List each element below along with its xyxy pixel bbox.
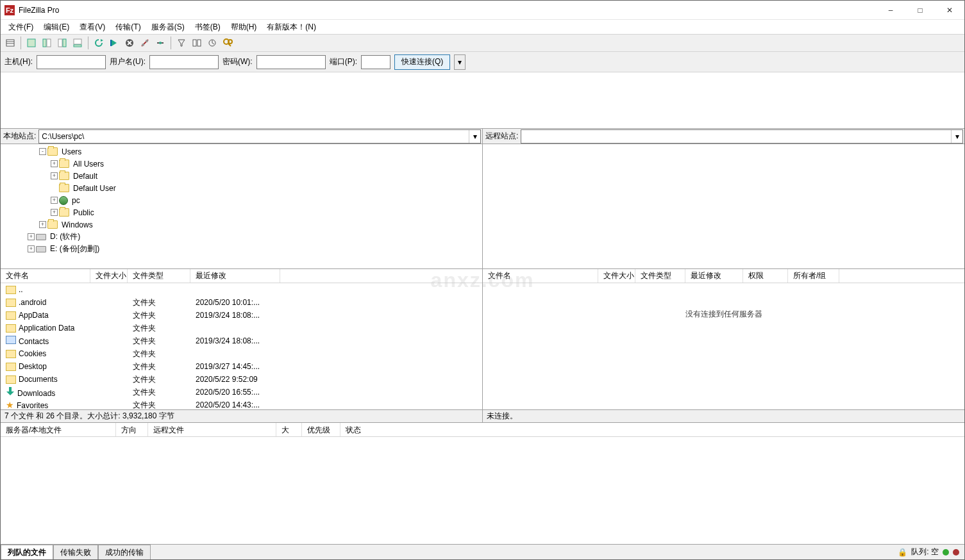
- menu-server[interactable]: 服务器(S): [146, 21, 190, 34]
- toggle-log-button[interactable]: [24, 36, 38, 50]
- remote-tree[interactable]: [483, 144, 964, 268]
- tree-node[interactable]: Default User: [4, 182, 478, 194]
- sitemanager-button[interactable]: [3, 36, 17, 50]
- col-owner[interactable]: 所有者/组: [788, 269, 839, 283]
- file-row[interactable]: ..: [1, 283, 482, 296]
- local-site-input[interactable]: [39, 130, 480, 143]
- remote-site-input[interactable]: [521, 130, 962, 143]
- queue-body[interactable]: [1, 437, 964, 544]
- expander-icon[interactable]: +: [39, 221, 46, 228]
- tree-node[interactable]: -Users: [4, 145, 478, 158]
- tree-node[interactable]: +E: (备份[勿删]): [4, 243, 478, 255]
- qcol-server[interactable]: 服务器/本地文件: [1, 423, 116, 436]
- tree-node[interactable]: +Windows: [4, 218, 478, 231]
- local-tree[interactable]: -Users+All Users+DefaultDefault User+pc+…: [1, 144, 483, 268]
- toggle-remotetree-button[interactable]: [55, 36, 69, 50]
- local-list-header[interactable]: 文件名 文件大小 文件类型 最近修改: [1, 269, 482, 283]
- col-name[interactable]: 文件名: [1, 269, 90, 283]
- tree-node[interactable]: +D: (软件): [4, 231, 478, 243]
- maximize-button[interactable]: □: [905, 1, 935, 20]
- expander-icon[interactable]: +: [51, 160, 58, 167]
- tree-node[interactable]: +Public: [4, 206, 478, 218]
- toggle-queue-button[interactable]: [71, 36, 85, 50]
- qcol-status[interactable]: 状态: [340, 423, 379, 436]
- minimize-button[interactable]: –: [876, 1, 905, 20]
- file-row[interactable]: .android文件夹2020/5/20 10:01:...: [1, 296, 482, 309]
- col-size[interactable]: 文件大小: [90, 269, 128, 283]
- processqueue-button[interactable]: [107, 36, 121, 50]
- search-button[interactable]: [221, 36, 235, 50]
- menu-help[interactable]: 帮助(H): [226, 21, 262, 34]
- col-size[interactable]: 文件大小: [598, 269, 635, 283]
- expander-icon[interactable]: +: [51, 172, 58, 179]
- menu-edit[interactable]: 编辑(E): [38, 21, 74, 34]
- message-log[interactable]: [1, 72, 964, 129]
- user-input[interactable]: [149, 55, 219, 69]
- svg-point-19: [159, 42, 162, 44]
- pass-input[interactable]: [256, 55, 326, 69]
- remote-list-header[interactable]: 文件名 文件大小 文件类型 最近修改 权限 所有者/组: [483, 269, 964, 283]
- col-perm[interactable]: 权限: [743, 269, 788, 283]
- expander-icon[interactable]: +: [51, 209, 58, 216]
- file-row[interactable]: Application Data文件夹: [1, 322, 482, 334]
- col-type[interactable]: 文件类型: [635, 269, 685, 283]
- quickconnect-dropdown[interactable]: ▾: [454, 54, 466, 70]
- qcol-remote[interactable]: 远程文件: [148, 423, 276, 436]
- menu-newversion[interactable]: 有新版本！(N): [262, 21, 321, 34]
- expander-icon[interactable]: -: [39, 148, 46, 155]
- tab-queued[interactable]: 列队的文件: [1, 545, 53, 559]
- file-row[interactable]: Downloads文件夹2020/5/20 16:55:...: [1, 386, 482, 399]
- file-row[interactable]: AppData文件夹2019/3/24 18:08:...: [1, 309, 482, 322]
- col-name[interactable]: 文件名: [483, 269, 598, 283]
- led-activity-icon: [943, 549, 949, 556]
- chevron-down-icon[interactable]: ▾: [469, 130, 480, 143]
- qcol-prio[interactable]: 优先级: [302, 423, 340, 436]
- user-icon: [59, 196, 68, 205]
- menu-bookmarks[interactable]: 书签(B): [190, 21, 226, 34]
- port-input[interactable]: [361, 55, 390, 69]
- reconnect-button[interactable]: [153, 36, 167, 50]
- expander-icon[interactable]: +: [28, 245, 35, 252]
- refresh-button[interactable]: [92, 36, 106, 50]
- menu-file[interactable]: 文件(F): [3, 21, 38, 34]
- host-input[interactable]: [37, 55, 106, 69]
- col-type[interactable]: 文件类型: [128, 269, 190, 283]
- expander-icon[interactable]: [51, 185, 58, 192]
- toggle-localtree-button[interactable]: [40, 36, 54, 50]
- disconnect-button[interactable]: [138, 36, 152, 50]
- tree-node[interactable]: +All Users: [4, 158, 478, 170]
- tree-node[interactable]: +pc: [4, 194, 478, 206]
- qcol-dir[interactable]: 方向: [116, 423, 148, 436]
- col-modified[interactable]: 最近修改: [190, 269, 280, 283]
- menu-view[interactable]: 查看(V): [74, 21, 110, 34]
- menu-transfer[interactable]: 传输(T): [110, 21, 146, 34]
- close-button[interactable]: ✕: [935, 1, 964, 20]
- queue-header[interactable]: 服务器/本地文件 方向 远程文件 大小 优先级 状态: [1, 423, 964, 437]
- drive-icon: [36, 246, 46, 252]
- file-row[interactable]: Documents文件夹2020/5/22 9:52:09: [1, 373, 482, 386]
- file-row[interactable]: Contacts文件夹2019/3/24 18:08:...: [1, 334, 482, 347]
- local-site-combo[interactable]: ▾: [38, 129, 481, 144]
- qcol-size[interactable]: 大小: [276, 423, 302, 436]
- file-row[interactable]: Cookies文件夹: [1, 347, 482, 360]
- tab-failed[interactable]: 传输失败: [53, 545, 98, 559]
- filter-button[interactable]: [174, 36, 189, 50]
- expander-icon[interactable]: +: [28, 233, 35, 240]
- tree-node[interactable]: +Default: [4, 170, 478, 182]
- file-row[interactable]: Desktop文件夹2019/3/27 14:45:...: [1, 360, 482, 373]
- quickconnect-button[interactable]: 快速连接(Q): [394, 54, 450, 70]
- chevron-down-icon[interactable]: ▾: [951, 130, 962, 143]
- tab-success[interactable]: 成功的传输: [98, 545, 151, 559]
- remote-site-combo[interactable]: ▾: [521, 129, 963, 144]
- expander-icon[interactable]: +: [51, 197, 58, 204]
- cancel-button[interactable]: [122, 36, 137, 50]
- col-modified[interactable]: 最近修改: [685, 269, 743, 283]
- sync-browse-button[interactable]: [205, 36, 219, 50]
- remote-file-list[interactable]: 没有连接到任何服务器: [483, 283, 964, 409]
- file-row[interactable]: ★Favorites文件夹2020/5/20 14:43:...: [1, 399, 482, 409]
- download-icon: [6, 387, 15, 396]
- local-file-list[interactable]: ...android文件夹2020/5/20 10:01:...AppData文…: [1, 283, 482, 409]
- file-name: Contacts: [19, 337, 49, 346]
- svg-rect-3: [28, 39, 35, 47]
- compare-button[interactable]: [190, 36, 204, 50]
